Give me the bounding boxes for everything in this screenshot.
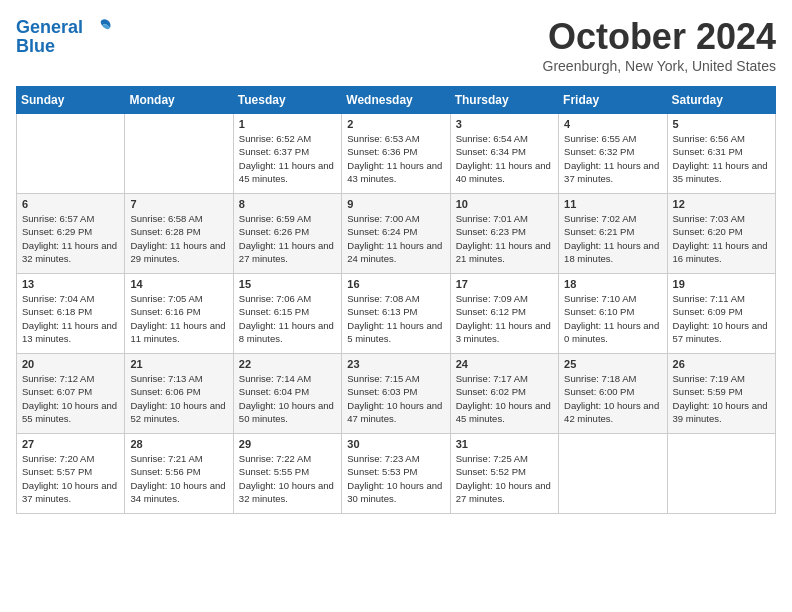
day-number: 23 <box>347 358 444 370</box>
day-number: 18 <box>564 278 661 290</box>
calendar-cell: 9Sunrise: 7:00 AM Sunset: 6:24 PM Daylig… <box>342 194 450 274</box>
cell-content: Sunrise: 7:20 AM Sunset: 5:57 PM Dayligh… <box>22 452 119 505</box>
cell-content: Sunrise: 7:21 AM Sunset: 5:56 PM Dayligh… <box>130 452 227 505</box>
calendar-cell <box>17 114 125 194</box>
col-header-wednesday: Wednesday <box>342 87 450 114</box>
day-number: 2 <box>347 118 444 130</box>
calendar-week-row: 13Sunrise: 7:04 AM Sunset: 6:18 PM Dayli… <box>17 274 776 354</box>
day-number: 14 <box>130 278 227 290</box>
calendar-cell: 28Sunrise: 7:21 AM Sunset: 5:56 PM Dayli… <box>125 434 233 514</box>
day-number: 17 <box>456 278 553 290</box>
cell-content: Sunrise: 6:54 AM Sunset: 6:34 PM Dayligh… <box>456 132 553 185</box>
cell-content: Sunrise: 7:04 AM Sunset: 6:18 PM Dayligh… <box>22 292 119 345</box>
day-number: 6 <box>22 198 119 210</box>
day-number: 27 <box>22 438 119 450</box>
cell-content: Sunrise: 7:23 AM Sunset: 5:53 PM Dayligh… <box>347 452 444 505</box>
logo-general: General <box>16 17 83 37</box>
calendar-cell <box>125 114 233 194</box>
day-number: 16 <box>347 278 444 290</box>
calendar-cell: 5Sunrise: 6:56 AM Sunset: 6:31 PM Daylig… <box>667 114 775 194</box>
cell-content: Sunrise: 7:13 AM Sunset: 6:06 PM Dayligh… <box>130 372 227 425</box>
calendar-cell: 2Sunrise: 6:53 AM Sunset: 6:36 PM Daylig… <box>342 114 450 194</box>
day-number: 8 <box>239 198 336 210</box>
col-header-thursday: Thursday <box>450 87 558 114</box>
col-header-sunday: Sunday <box>17 87 125 114</box>
logo: General Blue <box>16 16 114 57</box>
col-header-tuesday: Tuesday <box>233 87 341 114</box>
calendar-cell <box>559 434 667 514</box>
calendar-cell: 4Sunrise: 6:55 AM Sunset: 6:32 PM Daylig… <box>559 114 667 194</box>
cell-content: Sunrise: 7:14 AM Sunset: 6:04 PM Dayligh… <box>239 372 336 425</box>
calendar-cell: 10Sunrise: 7:01 AM Sunset: 6:23 PM Dayli… <box>450 194 558 274</box>
day-number: 19 <box>673 278 770 290</box>
day-number: 9 <box>347 198 444 210</box>
calendar-table: SundayMondayTuesdayWednesdayThursdayFrid… <box>16 86 776 514</box>
day-number: 3 <box>456 118 553 130</box>
cell-content: Sunrise: 7:12 AM Sunset: 6:07 PM Dayligh… <box>22 372 119 425</box>
cell-content: Sunrise: 7:06 AM Sunset: 6:15 PM Dayligh… <box>239 292 336 345</box>
day-number: 21 <box>130 358 227 370</box>
calendar-cell: 25Sunrise: 7:18 AM Sunset: 6:00 PM Dayli… <box>559 354 667 434</box>
calendar-cell: 31Sunrise: 7:25 AM Sunset: 5:52 PM Dayli… <box>450 434 558 514</box>
day-number: 13 <box>22 278 119 290</box>
calendar-cell: 21Sunrise: 7:13 AM Sunset: 6:06 PM Dayli… <box>125 354 233 434</box>
cell-content: Sunrise: 7:05 AM Sunset: 6:16 PM Dayligh… <box>130 292 227 345</box>
cell-content: Sunrise: 7:02 AM Sunset: 6:21 PM Dayligh… <box>564 212 661 265</box>
calendar-week-row: 27Sunrise: 7:20 AM Sunset: 5:57 PM Dayli… <box>17 434 776 514</box>
calendar-cell: 6Sunrise: 6:57 AM Sunset: 6:29 PM Daylig… <box>17 194 125 274</box>
calendar-week-row: 20Sunrise: 7:12 AM Sunset: 6:07 PM Dayli… <box>17 354 776 434</box>
calendar-week-row: 1Sunrise: 6:52 AM Sunset: 6:37 PM Daylig… <box>17 114 776 194</box>
calendar-body: 1Sunrise: 6:52 AM Sunset: 6:37 PM Daylig… <box>17 114 776 514</box>
calendar-cell <box>667 434 775 514</box>
day-number: 15 <box>239 278 336 290</box>
calendar-cell: 22Sunrise: 7:14 AM Sunset: 6:04 PM Dayli… <box>233 354 341 434</box>
calendar-cell: 27Sunrise: 7:20 AM Sunset: 5:57 PM Dayli… <box>17 434 125 514</box>
calendar-cell: 18Sunrise: 7:10 AM Sunset: 6:10 PM Dayli… <box>559 274 667 354</box>
calendar-cell: 20Sunrise: 7:12 AM Sunset: 6:07 PM Dayli… <box>17 354 125 434</box>
cell-content: Sunrise: 6:52 AM Sunset: 6:37 PM Dayligh… <box>239 132 336 185</box>
calendar-cell: 24Sunrise: 7:17 AM Sunset: 6:02 PM Dayli… <box>450 354 558 434</box>
cell-content: Sunrise: 6:59 AM Sunset: 6:26 PM Dayligh… <box>239 212 336 265</box>
cell-content: Sunrise: 7:18 AM Sunset: 6:00 PM Dayligh… <box>564 372 661 425</box>
cell-content: Sunrise: 6:58 AM Sunset: 6:28 PM Dayligh… <box>130 212 227 265</box>
cell-content: Sunrise: 6:53 AM Sunset: 6:36 PM Dayligh… <box>347 132 444 185</box>
calendar-cell: 7Sunrise: 6:58 AM Sunset: 6:28 PM Daylig… <box>125 194 233 274</box>
cell-content: Sunrise: 7:25 AM Sunset: 5:52 PM Dayligh… <box>456 452 553 505</box>
day-number: 31 <box>456 438 553 450</box>
cell-content: Sunrise: 7:01 AM Sunset: 6:23 PM Dayligh… <box>456 212 553 265</box>
logo-bird-icon <box>90 16 114 40</box>
day-number: 12 <box>673 198 770 210</box>
day-number: 30 <box>347 438 444 450</box>
calendar-cell: 12Sunrise: 7:03 AM Sunset: 6:20 PM Dayli… <box>667 194 775 274</box>
page-header: General Blue October 2024 Greenburgh, Ne… <box>16 16 776 74</box>
day-number: 4 <box>564 118 661 130</box>
col-header-saturday: Saturday <box>667 87 775 114</box>
cell-content: Sunrise: 7:03 AM Sunset: 6:20 PM Dayligh… <box>673 212 770 265</box>
day-number: 10 <box>456 198 553 210</box>
cell-content: Sunrise: 6:57 AM Sunset: 6:29 PM Dayligh… <box>22 212 119 265</box>
calendar-cell: 30Sunrise: 7:23 AM Sunset: 5:53 PM Dayli… <box>342 434 450 514</box>
calendar-cell: 29Sunrise: 7:22 AM Sunset: 5:55 PM Dayli… <box>233 434 341 514</box>
cell-content: Sunrise: 7:19 AM Sunset: 5:59 PM Dayligh… <box>673 372 770 425</box>
day-number: 7 <box>130 198 227 210</box>
day-number: 28 <box>130 438 227 450</box>
cell-content: Sunrise: 7:17 AM Sunset: 6:02 PM Dayligh… <box>456 372 553 425</box>
day-number: 22 <box>239 358 336 370</box>
calendar-week-row: 6Sunrise: 6:57 AM Sunset: 6:29 PM Daylig… <box>17 194 776 274</box>
cell-content: Sunrise: 7:11 AM Sunset: 6:09 PM Dayligh… <box>673 292 770 345</box>
cell-content: Sunrise: 7:08 AM Sunset: 6:13 PM Dayligh… <box>347 292 444 345</box>
calendar-cell: 16Sunrise: 7:08 AM Sunset: 6:13 PM Dayli… <box>342 274 450 354</box>
col-header-friday: Friday <box>559 87 667 114</box>
cell-content: Sunrise: 7:00 AM Sunset: 6:24 PM Dayligh… <box>347 212 444 265</box>
calendar-cell: 1Sunrise: 6:52 AM Sunset: 6:37 PM Daylig… <box>233 114 341 194</box>
calendar-cell: 17Sunrise: 7:09 AM Sunset: 6:12 PM Dayli… <box>450 274 558 354</box>
calendar-cell: 11Sunrise: 7:02 AM Sunset: 6:21 PM Dayli… <box>559 194 667 274</box>
cell-content: Sunrise: 7:15 AM Sunset: 6:03 PM Dayligh… <box>347 372 444 425</box>
calendar-cell: 8Sunrise: 6:59 AM Sunset: 6:26 PM Daylig… <box>233 194 341 274</box>
cell-content: Sunrise: 7:22 AM Sunset: 5:55 PM Dayligh… <box>239 452 336 505</box>
day-number: 26 <box>673 358 770 370</box>
month-title: October 2024 <box>543 16 776 58</box>
calendar-cell: 15Sunrise: 7:06 AM Sunset: 6:15 PM Dayli… <box>233 274 341 354</box>
day-number: 1 <box>239 118 336 130</box>
location: Greenburgh, New York, United States <box>543 58 776 74</box>
